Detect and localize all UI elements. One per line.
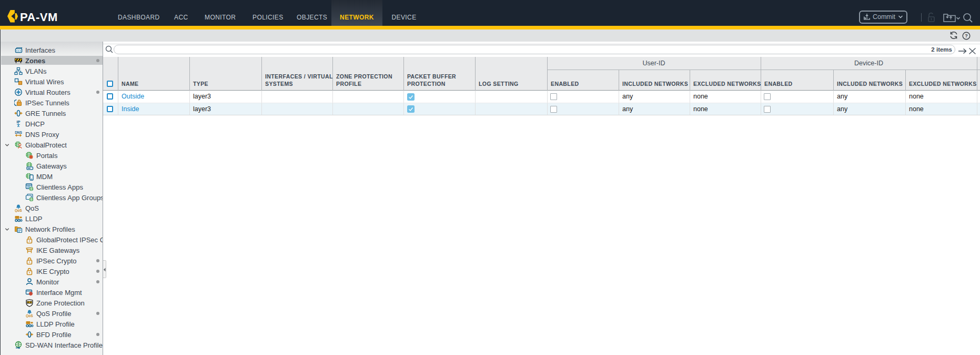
svg-text:?: ? (965, 33, 968, 38)
